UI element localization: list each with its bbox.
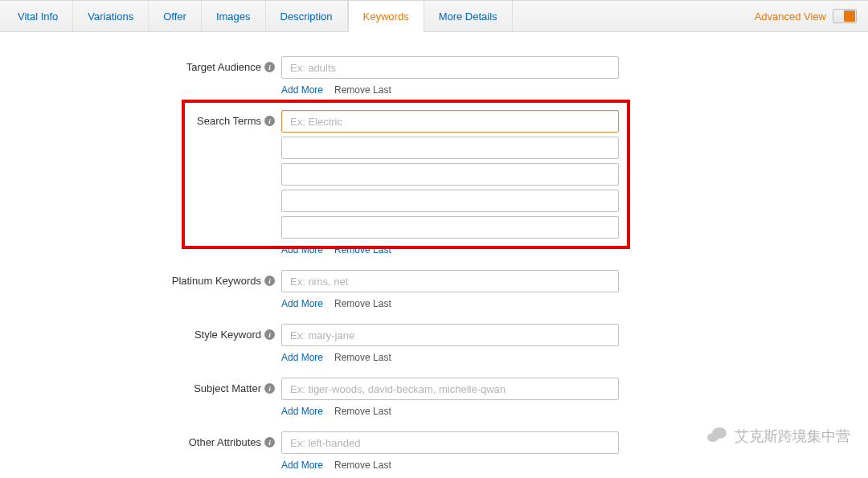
search-terms-input-2[interactable] bbox=[281, 137, 619, 159]
label-text: Subject Matter bbox=[194, 382, 261, 394]
tab-vital-info[interactable]: Vital Info bbox=[3, 1, 73, 31]
field-label: Subject Matter i bbox=[0, 376, 281, 394]
field-label: Other Attributes i bbox=[0, 430, 281, 448]
field-subject-matter: Subject Matter i Add More Remove Last bbox=[0, 376, 868, 427]
search-terms-input-5[interactable] bbox=[281, 216, 619, 239]
field-inputs: Add More Remove Last bbox=[281, 268, 619, 319]
link-row: Add More Remove Last bbox=[281, 406, 619, 417]
target-audience-input[interactable] bbox=[281, 56, 619, 79]
add-more-link[interactable]: Add More bbox=[281, 352, 323, 363]
other-attributes-input[interactable] bbox=[281, 431, 619, 454]
search-terms-input-4[interactable] bbox=[281, 190, 619, 212]
info-icon[interactable]: i bbox=[264, 116, 275, 126]
remove-last-link: Remove Last bbox=[334, 352, 391, 363]
field-platinum-keywords: Platinum Keywords i Add More Remove Last bbox=[0, 268, 868, 319]
field-inputs: Add More Remove Last bbox=[281, 108, 619, 265]
info-icon[interactable]: i bbox=[264, 437, 275, 447]
tab-keywords[interactable]: Keywords bbox=[348, 0, 424, 32]
tab-more-details[interactable]: More Details bbox=[424, 1, 513, 31]
search-terms-input-3[interactable] bbox=[281, 163, 619, 186]
label-text: Platinum Keywords bbox=[172, 275, 261, 287]
field-other-attributes: Other Attributes i Add More Remove Last bbox=[0, 430, 868, 478]
keywords-form: Target Audience i Add More Remove Last S… bbox=[0, 32, 868, 478]
field-inputs: Add More Remove Last bbox=[281, 376, 619, 427]
remove-last-link: Remove Last bbox=[334, 84, 391, 96]
tab-label: More Details bbox=[439, 10, 497, 22]
field-label: Platinum Keywords i bbox=[0, 268, 281, 287]
tab-label: Offer bbox=[163, 10, 186, 22]
info-icon[interactable]: i bbox=[264, 276, 275, 286]
tabs-bar: Vital Info Variations Offer Images Descr… bbox=[0, 0, 868, 32]
platinum-keywords-input[interactable] bbox=[281, 270, 619, 292]
tab-label: Vital Info bbox=[18, 10, 58, 22]
tab-label: Keywords bbox=[363, 10, 409, 22]
tab-label: Variations bbox=[88, 10, 133, 22]
search-terms-input-1[interactable] bbox=[281, 110, 619, 133]
remove-last-link: Remove Last bbox=[334, 298, 391, 309]
remove-last-link: Remove Last bbox=[334, 406, 391, 417]
field-inputs: Add More Remove Last bbox=[281, 55, 619, 105]
tab-variations[interactable]: Variations bbox=[73, 1, 149, 31]
info-icon[interactable]: i bbox=[264, 62, 275, 72]
tab-label: Description bbox=[280, 10, 333, 22]
link-row: Add More Remove Last bbox=[281, 244, 619, 255]
add-more-link[interactable]: Add More bbox=[281, 244, 323, 255]
field-label: Search Terms i bbox=[0, 108, 281, 127]
tab-description[interactable]: Description bbox=[266, 1, 348, 31]
advanced-view-label: Advanced View bbox=[755, 10, 826, 22]
info-icon[interactable]: i bbox=[264, 383, 275, 394]
field-target-audience: Target Audience i Add More Remove Last bbox=[0, 55, 868, 105]
subject-matter-input[interactable] bbox=[281, 378, 619, 400]
tab-images[interactable]: Images bbox=[202, 1, 266, 31]
field-inputs: Add More Remove Last bbox=[281, 430, 619, 478]
link-row: Add More Remove Last bbox=[281, 460, 619, 471]
style-keyword-input[interactable] bbox=[281, 324, 619, 346]
field-search-terms: Search Terms i Add More Remove Last bbox=[0, 108, 868, 265]
field-label: Target Audience i bbox=[0, 55, 281, 73]
label-text: Style Keyword bbox=[194, 329, 261, 341]
tab-offer[interactable]: Offer bbox=[149, 1, 202, 31]
add-more-link[interactable]: Add More bbox=[281, 298, 323, 309]
advanced-view-toggle-wrap: Advanced View bbox=[755, 1, 868, 31]
link-row: Add More Remove Last bbox=[281, 352, 619, 363]
advanced-view-toggle[interactable] bbox=[833, 9, 857, 23]
label-text: Search Terms bbox=[197, 115, 261, 127]
tab-label: Images bbox=[216, 10, 251, 22]
add-more-link[interactable]: Add More bbox=[281, 460, 323, 471]
add-more-link[interactable]: Add More bbox=[281, 406, 323, 417]
label-text: Target Audience bbox=[186, 61, 261, 73]
remove-last-link[interactable]: Remove Last bbox=[334, 244, 391, 255]
tabs-spacer bbox=[513, 1, 755, 31]
field-style-keyword: Style Keyword i Add More Remove Last bbox=[0, 322, 868, 373]
add-more-link[interactable]: Add More bbox=[281, 84, 323, 96]
link-row: Add More Remove Last bbox=[281, 84, 619, 96]
remove-last-link: Remove Last bbox=[334, 460, 391, 471]
field-label: Style Keyword i bbox=[0, 322, 281, 341]
info-icon[interactable]: i bbox=[264, 329, 275, 340]
label-text: Other Attributes bbox=[189, 436, 261, 448]
link-row: Add More Remove Last bbox=[281, 298, 619, 309]
field-inputs: Add More Remove Last bbox=[281, 322, 619, 373]
